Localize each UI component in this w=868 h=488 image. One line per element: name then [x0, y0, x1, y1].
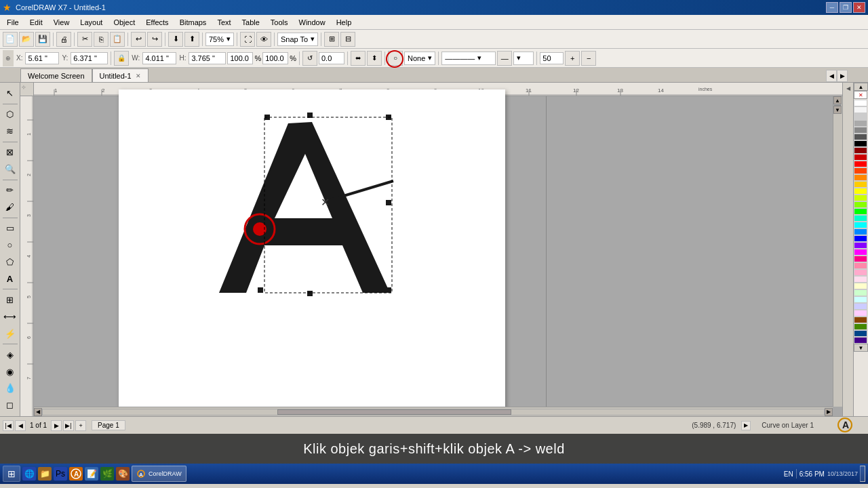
zoom-dropdown[interactable]: 75% ▾	[205, 33, 234, 46]
copy-button[interactable]: ⎘	[94, 32, 108, 47]
dimension-tool[interactable]: ⟷	[2, 308, 18, 325]
size-up-button[interactable]: +	[565, 51, 580, 66]
menu-layout[interactable]: Layout	[75, 17, 108, 28]
undo-button[interactable]: ↩	[131, 32, 146, 47]
coords-expand-btn[interactable]: ▶	[741, 421, 751, 430]
color-green[interactable]	[854, 208, 867, 215]
v-scrollbar[interactable]: ▲ ▼	[833, 96, 842, 407]
eyedropper-tool[interactable]: 💧	[2, 380, 18, 396]
outline-button[interactable]: ○	[388, 51, 403, 66]
color-orange[interactable]	[854, 174, 867, 181]
color-swatch[interactable]	[854, 323, 867, 330]
mirror-h-button[interactable]: ⬌	[351, 51, 366, 66]
color-swatch[interactable]	[854, 215, 867, 222]
color-swatch[interactable]	[854, 276, 867, 283]
snap-dropdown[interactable]: Snap To ▾	[277, 33, 318, 46]
import-button[interactable]: ⬇	[168, 32, 183, 47]
color-swatch[interactable]	[854, 106, 867, 113]
h-input[interactable]	[189, 52, 226, 64]
freehand-tool[interactable]: ✏	[2, 182, 18, 199]
tab-scroll-right[interactable]: ▶	[837, 70, 848, 82]
taskbar-app5-icon[interactable]: 🌿	[100, 467, 114, 481]
menu-object[interactable]: Object	[108, 17, 140, 28]
scroll-left-btn[interactable]: ◀	[34, 408, 42, 416]
scroll-up-btn[interactable]: ▲	[833, 96, 842, 104]
panel-expand-btn[interactable]: ◀	[846, 85, 850, 92]
tab-scroll-left[interactable]: ◀	[826, 70, 837, 82]
color-red[interactable]	[854, 154, 867, 161]
fill-tool[interactable]: ◈	[2, 346, 18, 363]
menu-effects[interactable]: Effects	[140, 17, 174, 28]
taskbar-active-app[interactable]: A CorelDRAW	[132, 466, 186, 482]
page-prev-btn[interactable]: ◀	[15, 420, 26, 431]
restore-button[interactable]: ❐	[840, 2, 852, 13]
smart-fill-tool[interactable]: ◉	[2, 363, 18, 380]
scroll-right-btn[interactable]: ▶	[825, 408, 833, 416]
artistic-tool[interactable]: 🖌	[2, 199, 18, 216]
angle-input[interactable]	[319, 52, 344, 64]
polygon-tool[interactable]: ⬠	[2, 253, 18, 270]
color-swatch[interactable]	[854, 113, 867, 120]
tab-welcome[interactable]: Welcome Screen	[20, 68, 92, 82]
zoom-tool[interactable]: 🔍	[2, 161, 18, 178]
redo-button[interactable]: ↪	[147, 32, 162, 47]
align-button[interactable]: ⊞	[324, 32, 339, 47]
color-swatch[interactable]	[854, 167, 867, 174]
color-swatch[interactable]	[854, 134, 867, 140]
rect-tool[interactable]: ▭	[2, 220, 18, 237]
page-next-btn[interactable]: ▶	[51, 420, 62, 431]
smear-tool[interactable]: ≋	[2, 123, 18, 140]
color-swatch[interactable]	[854, 228, 867, 235]
minimize-button[interactable]: ─	[826, 2, 838, 13]
color-swatch[interactable]	[854, 161, 867, 167]
menu-window[interactable]: Window	[294, 17, 331, 28]
color-swatch[interactable]	[854, 201, 867, 208]
taskbar-ps-icon[interactable]: Ps	[54, 467, 67, 481]
menu-help[interactable]: Help	[331, 17, 357, 28]
outline-dropdown[interactable]: None ▾	[404, 52, 435, 65]
color-yellow[interactable]	[854, 188, 867, 195]
color-swatch[interactable]	[854, 296, 867, 303]
tab-close-button[interactable]: ✕	[136, 73, 141, 79]
crop-tool[interactable]: ⊠	[2, 144, 18, 161]
new-button[interactable]: 📄	[3, 32, 18, 47]
line-end1-button[interactable]: —	[497, 51, 512, 66]
menu-file[interactable]: File	[1, 17, 24, 28]
page-name-tab[interactable]: Page 1	[92, 420, 125, 430]
menu-edit[interactable]: Edit	[24, 17, 48, 28]
color-swatch[interactable]	[854, 317, 867, 323]
open-button[interactable]: 📂	[19, 32, 34, 47]
shape-tool[interactable]: ⬡	[2, 106, 18, 123]
color-swatch[interactable]	[854, 195, 867, 201]
page-last-btn[interactable]: ▶|	[63, 420, 74, 431]
taskbar-ie-icon[interactable]: 🌐	[22, 467, 36, 481]
color-swatch[interactable]	[854, 256, 867, 262]
start-button[interactable]: ⊞	[3, 466, 20, 482]
color-swatch[interactable]	[854, 283, 867, 289]
color-swatch[interactable]	[854, 269, 867, 276]
view-button[interactable]: 👁	[256, 32, 271, 47]
menu-tools[interactable]: Tools	[265, 17, 294, 28]
scroll-thumb-v[interactable]	[834, 105, 841, 106]
color-swatch[interactable]	[854, 262, 867, 269]
color-swatch[interactable]	[854, 289, 867, 296]
color-swatch[interactable]	[854, 147, 867, 154]
h-pct-input[interactable]	[262, 52, 288, 64]
taskbar-folder-icon[interactable]: 📁	[38, 467, 52, 481]
print-button[interactable]: 🖨	[56, 32, 71, 47]
line-end2-dropdown[interactable]: ▾	[513, 52, 534, 65]
color-swatch[interactable]	[854, 242, 867, 249]
ellipse-tool[interactable]: ○	[2, 237, 18, 253]
w-pct-input[interactable]	[227, 52, 253, 64]
cut-button[interactable]: ✂	[77, 32, 92, 47]
color-blue[interactable]	[854, 235, 867, 242]
color-swatch[interactable]	[854, 181, 867, 188]
lock-ratio-button[interactable]: 🔒	[114, 51, 129, 66]
color-swatch[interactable]	[854, 120, 867, 127]
tab-untitled[interactable]: Untitled-1 ✕	[92, 68, 149, 82]
export-button[interactable]: ⬆	[184, 32, 199, 47]
palette-scroll-up[interactable]: ▲	[854, 83, 868, 91]
color-swatch[interactable]	[854, 303, 867, 310]
add-page-btn[interactable]: +	[75, 420, 86, 431]
connector-tool[interactable]: ⚡	[2, 325, 18, 342]
